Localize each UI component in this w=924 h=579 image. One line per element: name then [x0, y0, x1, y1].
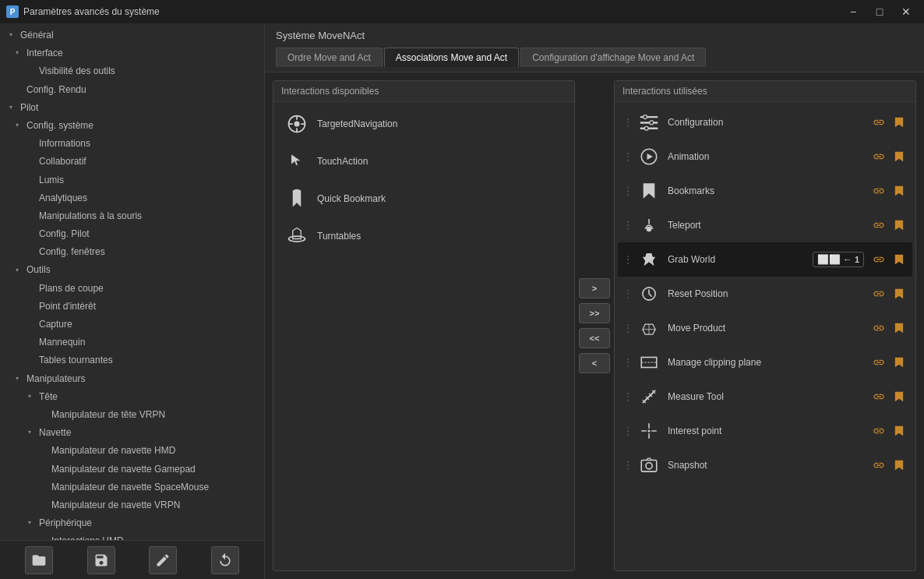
grab-world-link-button[interactable] — [870, 251, 887, 268]
move-product-link-button[interactable] — [870, 320, 887, 337]
sidebar-item-manipulateur-tete-vrpn[interactable]: Manipulateur de tête VRPN — [0, 406, 264, 424]
sidebar-item-visibilite-outils[interactable]: Visibilité des outils — [0, 62, 264, 80]
sidebar-item-manipulateur-navette-spacemouse[interactable]: Manipulateur de navette SpaceMouse — [0, 478, 264, 496]
reset-position-link-button[interactable] — [870, 285, 887, 302]
sidebar-label-navette: Navette — [39, 425, 71, 440]
sidebar-item-capture[interactable]: Capture — [0, 316, 264, 334]
used-item-measure-tool[interactable]: ⋮Measure Tool — [618, 380, 912, 414]
used-item-grab-world[interactable]: ⋮Grab World⬜⬜←1 — [618, 242, 912, 277]
snapshot-drag-handle[interactable]: ⋮ — [622, 459, 630, 471]
available-item-quick-bookmark[interactable]: Quick Bookmark — [277, 180, 571, 217]
sidebar-item-outils[interactable]: ▾Outils — [0, 261, 264, 279]
animation-link-button[interactable] — [870, 148, 887, 165]
sidebar-item-manipulateur-navette-vrpn[interactable]: Manipulateur de navette VRPN — [0, 496, 264, 514]
close-button[interactable]: ✕ — [894, 4, 918, 19]
maximize-button[interactable]: □ — [868, 4, 891, 19]
animation-bookmark-button[interactable] — [890, 148, 908, 165]
quick-bookmark-icon — [284, 186, 309, 211]
edit-button[interactable] — [149, 546, 177, 574]
sidebar-item-config-fenetres[interactable]: Config. fenêtres — [0, 243, 264, 261]
used-item-reset-position[interactable]: ⋮Reset Position — [618, 277, 912, 311]
interest-point-drag-handle[interactable]: ⋮ — [622, 425, 630, 437]
configuration-link-button[interactable] — [870, 114, 887, 131]
sidebar-item-tables-tournantes[interactable]: Tables tournantes — [0, 351, 264, 369]
sidebar-item-lumis[interactable]: Lumis — [0, 171, 264, 189]
available-item-touch-action[interactable]: TouchAction — [277, 143, 571, 180]
sidebar-item-pilot[interactable]: ▾Pilot — [0, 99, 264, 117]
sidebar-item-manipulateurs[interactable]: ▾Manipulateurs — [0, 370, 264, 388]
sidebar-item-collaboratif[interactable]: Collaboratif — [0, 153, 264, 171]
sidebar-item-interactions-hmd[interactable]: Interactions HMD — [0, 532, 264, 540]
refresh-button[interactable] — [211, 546, 239, 574]
measure-tool-link-button[interactable] — [870, 388, 887, 405]
reset-position-drag-handle[interactable]: ⋮ — [622, 288, 630, 300]
reset-position-bookmark-button[interactable] — [890, 285, 908, 302]
bookmarks-bookmark-button[interactable] — [890, 182, 908, 199]
add-all-button[interactable]: >> — [579, 303, 610, 323]
panel-body: Interactions disponibles TargetedNavigat… — [265, 72, 924, 579]
measure-tool-drag-handle[interactable]: ⋮ — [622, 390, 630, 403]
sidebar-item-analytiques[interactable]: Analytiques — [0, 189, 264, 207]
sidebar-item-informations[interactable]: Informations — [0, 135, 264, 153]
configuration-bookmark-button[interactable] — [890, 114, 908, 131]
manage-clipping-drag-handle[interactable]: ⋮ — [622, 356, 630, 369]
sidebar-item-peripherique[interactable]: ▾Périphérique — [0, 514, 264, 532]
folder-button[interactable] — [25, 546, 53, 574]
sidebar-item-tete[interactable]: ▾Tête — [0, 388, 264, 406]
bookmarks-drag-handle[interactable]: ⋮ — [622, 185, 630, 197]
bookmarks-link-button[interactable] — [870, 182, 887, 199]
manage-clipping-bookmark-button[interactable] — [890, 354, 908, 371]
used-item-interest-point[interactable]: ⋮Interest point — [618, 414, 912, 448]
minimize-button[interactable]: − — [841, 4, 865, 19]
sidebar-item-general[interactable]: ▾Général — [0, 26, 264, 44]
teleport-bookmark-button[interactable] — [890, 217, 908, 234]
used-item-manage-clipping[interactable]: ⋮Manage clipping plane — [618, 345, 912, 380]
teleport-drag-handle[interactable]: ⋮ — [622, 219, 630, 231]
sidebar-item-config-systeme[interactable]: ▾Config. système — [0, 117, 264, 135]
move-product-drag-handle[interactable]: ⋮ — [622, 322, 630, 334]
configuration-drag-handle[interactable]: ⋮ — [622, 116, 630, 129]
grab-world-bookmark-button[interactable] — [890, 251, 908, 268]
teleport-link-button[interactable] — [870, 217, 887, 234]
sidebar-item-manipulateur-navette-hmd[interactable]: Manipulateur de navette HMD — [0, 442, 264, 460]
animation-drag-handle[interactable]: ⋮ — [622, 150, 630, 163]
svg-point-12 — [650, 121, 654, 125]
tree-arrow-config-systeme: ▾ — [16, 121, 23, 131]
snapshot-bookmark-button[interactable] — [890, 457, 908, 474]
used-item-move-product[interactable]: ⋮Move Product — [618, 311, 912, 345]
remove-all-button[interactable]: << — [579, 328, 610, 348]
manage-clipping-link-button[interactable] — [870, 354, 887, 371]
measure-tool-bookmark-button[interactable] — [890, 388, 908, 405]
move-product-bookmark-button[interactable] — [890, 320, 908, 337]
grab-world-drag-handle[interactable]: ⋮ — [622, 253, 630, 266]
sidebar-item-plans-coupe[interactable]: Plans de coupe — [0, 280, 264, 298]
svg-point-6 — [294, 195, 298, 199]
sidebar-item-config-pilot[interactable]: Config. Pilot — [0, 225, 264, 243]
used-item-snapshot[interactable]: ⋮Snapshot — [618, 448, 912, 482]
used-item-configuration[interactable]: ⋮Configuration — [618, 105, 912, 139]
sidebar-item-navette[interactable]: ▾Navette — [0, 424, 264, 442]
sidebar-item-mannequin[interactable]: Mannequin — [0, 334, 264, 351]
sidebar-item-manipulations-souris[interactable]: Manipulations à la souris — [0, 207, 264, 225]
sidebar-item-manipulateur-navette-gamepad[interactable]: Manipulateur de navette Gamepad — [0, 461, 264, 478]
sidebar-item-point-interet[interactable]: Point d'intérêt — [0, 298, 264, 316]
remove-one-button[interactable]: < — [579, 353, 610, 373]
tab-ordre[interactable]: Ordre Move and Act — [276, 48, 383, 67]
sidebar-item-config-rendu[interactable]: Config. Rendu — [0, 81, 264, 99]
tab-associations[interactable]: Associations Move and Act — [384, 48, 519, 67]
snapshot-link-button[interactable] — [870, 457, 887, 474]
interest-point-link-button[interactable] — [870, 422, 887, 440]
available-item-turntables[interactable]: Turntables — [277, 217, 571, 255]
sidebar-label-mannequin: Mannequin — [39, 335, 85, 350]
save-button[interactable] — [87, 546, 115, 574]
used-item-bookmarks[interactable]: ⋮Bookmarks — [618, 174, 912, 208]
used-item-animation[interactable]: ⋮Animation — [618, 139, 912, 174]
interest-point-bookmark-button[interactable] — [890, 422, 908, 440]
tab-config[interactable]: Configuration d'affichage Move and Act — [520, 48, 706, 67]
configuration-label: Configuration — [668, 117, 864, 128]
available-item-targeted-nav[interactable]: TargetedNavigation — [277, 105, 571, 143]
used-item-teleport[interactable]: ⋮Teleport — [618, 208, 912, 242]
sidebar-item-interface[interactable]: ▾Interface — [0, 44, 264, 62]
add-one-button[interactable]: > — [579, 278, 610, 298]
svg-point-16 — [647, 227, 652, 232]
